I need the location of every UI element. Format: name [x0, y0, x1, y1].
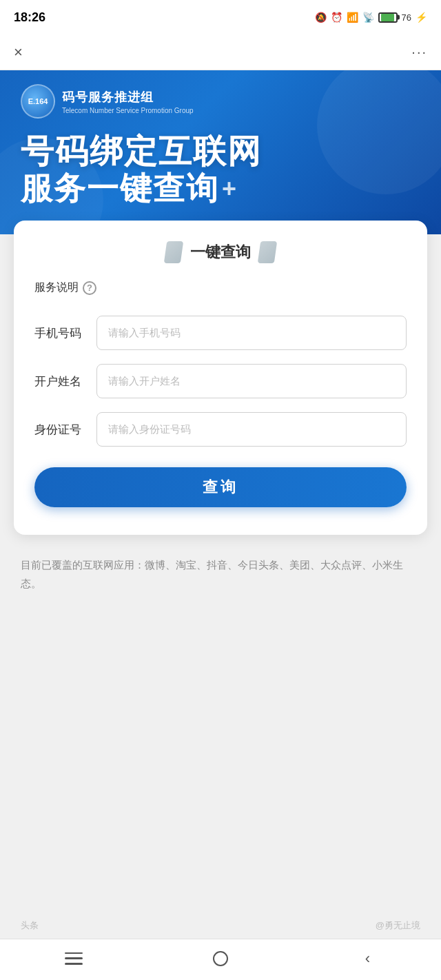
- nav-back-button[interactable]: ‹: [294, 951, 441, 966]
- brand-title-en: Telecom Number Service Promotion Group: [62, 107, 194, 114]
- signal-icon: 📶: [347, 12, 358, 23]
- status-icons: 🔕 ⏰ 📶 📡 76 ⚡: [315, 12, 427, 23]
- status-bar: 18:26 🔕 ⏰ 📶 📡 76 ⚡: [0, 0, 441, 34]
- service-desc-label: 服务说明: [34, 280, 79, 295]
- footer-info: 头条 @勇无止境: [0, 919, 441, 939]
- brand-logo: E.164: [21, 84, 55, 119]
- brand-text-block: 码号服务推进组 Telecom Number Service Promotion…: [62, 89, 194, 114]
- card-title: 一键查询: [190, 242, 251, 263]
- status-time: 18:26: [14, 10, 45, 25]
- query-button[interactable]: 查询: [34, 467, 407, 507]
- wifi-icon: 📡: [362, 12, 374, 23]
- brand-row: E.164 码号服务推进组 Telecom Number Service Pro…: [21, 84, 420, 119]
- help-icon[interactable]: ?: [83, 281, 96, 295]
- hamburger-icon: [65, 952, 83, 965]
- phone-label: 手机号码: [34, 325, 96, 341]
- battery-percent: 76: [402, 12, 411, 23]
- card-header: 一键查询: [34, 241, 407, 263]
- back-icon: ‹: [365, 951, 370, 966]
- desc-text: 目前已覆盖的互联网应用：微博、淘宝、抖音、今日头条、美团、大众点评、小米生态。: [21, 555, 420, 593]
- home-circle-icon: [213, 951, 228, 966]
- alarm-icon: ⏰: [331, 12, 342, 23]
- banner-heading: 号码绑定互联网 服务一键查询 +: [21, 132, 420, 207]
- card-deco-left: [164, 241, 183, 263]
- id-label: 身份证号: [34, 422, 96, 438]
- bottom-nav: ‹: [0, 939, 441, 980]
- banner: E.164 码号服务推进组 Telecom Number Service Pro…: [0, 70, 441, 234]
- card-deco-right: [258, 241, 277, 263]
- footer-left: 头条: [21, 919, 39, 932]
- id-group: 身份证号: [34, 412, 407, 447]
- id-input[interactable]: [96, 412, 407, 447]
- mute-icon: 🔕: [315, 12, 327, 23]
- brand-title-cn: 码号服务推进组: [62, 89, 194, 105]
- name-label: 开户姓名: [34, 374, 96, 389]
- plus-sign: +: [222, 174, 238, 203]
- service-desc-row: 服务说明 ?: [34, 280, 407, 295]
- more-button[interactable]: ···: [411, 44, 427, 60]
- banner-heading-line1: 号码绑定互联网: [21, 132, 420, 170]
- battery-icon: [378, 12, 398, 23]
- nav-menu-button[interactable]: [0, 952, 147, 965]
- bottom-spacer: [0, 606, 441, 919]
- main-content: E.164 码号服务推进组 Telecom Number Service Pro…: [0, 70, 441, 919]
- footer-right: @勇无止境: [376, 919, 420, 932]
- nav-home-button[interactable]: [147, 951, 294, 966]
- form-card: 一键查询 服务说明 ? 手机号码 开户姓名 身份证号 查询: [14, 221, 427, 535]
- phone-input[interactable]: [96, 316, 407, 350]
- name-group: 开户姓名: [34, 364, 407, 398]
- top-nav: × ···: [0, 34, 441, 70]
- close-button[interactable]: ×: [14, 43, 23, 61]
- banner-heading-line2: 服务一键查询 +: [21, 170, 420, 207]
- charging-icon: ⚡: [416, 12, 427, 23]
- name-input[interactable]: [96, 364, 407, 398]
- phone-group: 手机号码: [34, 316, 407, 350]
- desc-area: 目前已覆盖的互联网应用：微博、淘宝、抖音、今日头条、美团、大众点评、小米生态。: [0, 535, 441, 606]
